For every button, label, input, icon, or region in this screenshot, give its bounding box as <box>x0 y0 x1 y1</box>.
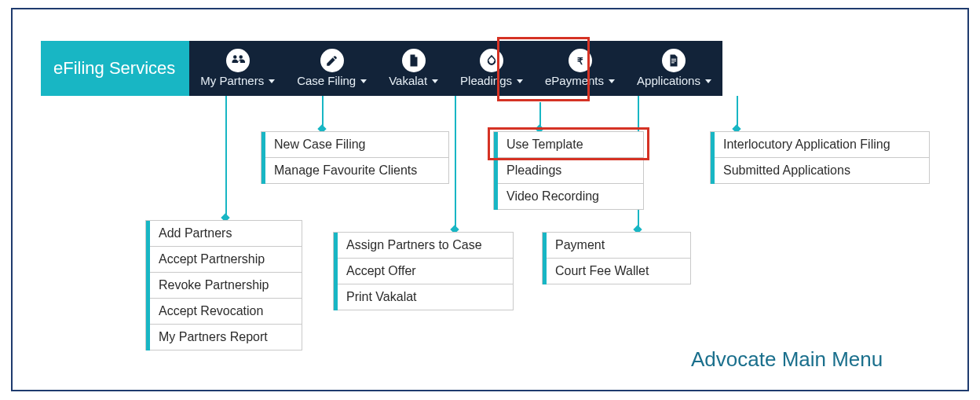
nav-vakalat[interactable]: Vakalat <box>378 41 449 96</box>
nav-my-partners[interactable]: My Partners <box>189 41 286 96</box>
dropdown-vakalat: Assign Partners to Case Accept Offer Pri… <box>333 232 514 310</box>
connector <box>225 96 227 218</box>
dd-item-interlocutory-filing[interactable]: Interlocutory Application Filing <box>711 132 929 158</box>
pencil-icon <box>320 49 344 72</box>
dd-item-use-template[interactable]: Use Template <box>494 132 643 158</box>
svg-rect-8 <box>671 62 675 63</box>
dd-item-assign-partners[interactable]: Assign Partners to Case <box>334 233 513 259</box>
file-icon <box>402 49 426 72</box>
nav-epayments[interactable]: ₹ ePayments <box>534 41 626 96</box>
chevron-down-icon <box>517 79 523 83</box>
svg-rect-2 <box>411 59 416 60</box>
dd-item-my-partners-report[interactable]: My Partners Report <box>146 325 302 350</box>
nav-applications[interactable]: Applications <box>626 41 722 96</box>
brand: eFiling Services <box>41 41 189 96</box>
dd-item-accept-revocation[interactable]: Accept Revocation <box>146 299 302 325</box>
nav-label: My Partners <box>200 74 264 87</box>
dd-item-payment[interactable]: Payment <box>543 233 690 259</box>
chevron-down-icon <box>432 79 438 83</box>
navbar: eFiling Services My Partners Case Filing… <box>41 41 722 96</box>
nav-label: Vakalat <box>389 74 427 87</box>
dd-item-court-fee-wallet[interactable]: Court Fee Wallet <box>543 259 690 284</box>
dropdown-epayments: Payment Court Fee Wallet <box>542 232 691 284</box>
chevron-down-icon <box>360 79 367 83</box>
caption: Advocate Main Menu <box>691 347 883 372</box>
nav-label: ePayments <box>545 74 604 87</box>
dd-item-pleadings[interactable]: Pleadings <box>494 158 643 184</box>
chevron-down-icon <box>609 79 615 83</box>
nav-case-filing[interactable]: Case Filing <box>286 41 378 96</box>
dd-item-submitted-applications[interactable]: Submitted Applications <box>711 158 929 184</box>
dropdown-stripe <box>146 221 150 350</box>
dd-item-revoke-partnership[interactable]: Revoke Partnership <box>146 273 302 299</box>
dropdown-stripe <box>543 233 547 284</box>
svg-rect-7 <box>671 61 676 61</box>
partners-icon <box>226 49 250 72</box>
doc-icon <box>662 49 686 72</box>
rupee-icon: ₹ <box>569 49 592 72</box>
dd-item-manage-favourite-clients[interactable]: Manage Favourite Clients <box>261 158 448 184</box>
hands-icon <box>480 49 503 72</box>
dropdown-my-partners: Add Partners Accept Partnership Revoke P… <box>145 220 302 350</box>
dd-item-add-partners[interactable]: Add Partners <box>146 221 302 247</box>
dd-item-accept-partnership[interactable]: Accept Partnership <box>146 247 302 273</box>
svg-rect-3 <box>411 61 416 61</box>
chevron-down-icon <box>705 79 711 83</box>
connector <box>455 96 456 229</box>
svg-point-0 <box>233 55 237 59</box>
svg-rect-4 <box>411 63 415 64</box>
dropdown-stripe <box>334 233 338 310</box>
dd-item-accept-offer[interactable]: Accept Offer <box>334 259 513 284</box>
svg-point-1 <box>239 55 243 59</box>
dropdown-stripe <box>711 132 715 184</box>
nav-label: Pleadings <box>460 74 512 87</box>
dropdown-pleadings: Use Template Pleadings Video Recording <box>493 131 644 210</box>
dd-item-video-recording[interactable]: Video Recording <box>494 184 643 210</box>
dd-item-new-case-filing[interactable]: New Case Filing <box>261 132 448 158</box>
nav-label: Case Filing <box>297 74 356 87</box>
nav-pleadings[interactable]: Pleadings <box>449 41 534 96</box>
svg-rect-6 <box>671 58 676 59</box>
dropdown-case-filing: New Case Filing Manage Favourite Clients <box>261 131 449 184</box>
chevron-down-icon <box>269 79 275 83</box>
svg-text:₹: ₹ <box>577 55 583 66</box>
dd-item-print-vakalat[interactable]: Print Vakalat <box>334 284 513 310</box>
dropdown-stripe <box>494 132 498 210</box>
dropdown-applications: Interlocutory Application Filing Submitt… <box>710 131 930 184</box>
nav-label: Applications <box>637 74 700 87</box>
dropdown-stripe <box>261 132 265 184</box>
